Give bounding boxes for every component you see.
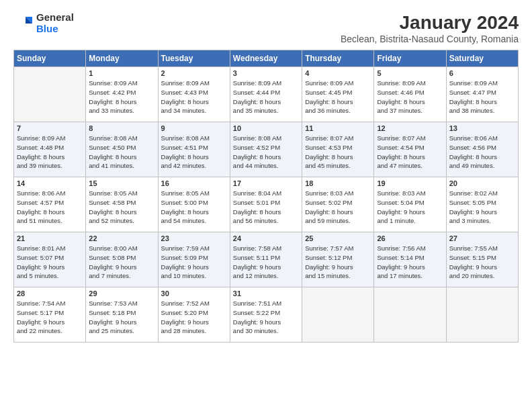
calendar-week-5: 28Sunrise: 7:54 AM Sunset: 5:17 PM Dayli… xyxy=(14,287,519,342)
calendar-cell xyxy=(374,287,446,342)
calendar-cell: 12Sunrise: 8:07 AM Sunset: 4:54 PM Dayli… xyxy=(374,122,446,177)
day-info: Sunrise: 7:58 AM Sunset: 5:11 PM Dayligh… xyxy=(233,244,299,281)
day-number: 14 xyxy=(17,179,83,187)
logo-icon xyxy=(13,14,32,33)
day-number: 11 xyxy=(305,124,371,132)
calendar-cell: 27Sunrise: 7:55 AM Sunset: 5:15 PM Dayli… xyxy=(446,232,518,287)
day-info: Sunrise: 8:06 AM Sunset: 4:57 PM Dayligh… xyxy=(17,189,83,226)
day-number: 5 xyxy=(377,69,443,77)
day-info: Sunrise: 8:07 AM Sunset: 4:54 PM Dayligh… xyxy=(377,134,443,171)
calendar-cell: 5Sunrise: 8:09 AM Sunset: 4:46 PM Daylig… xyxy=(374,67,446,122)
calendar-cell: 6Sunrise: 8:09 AM Sunset: 4:47 PM Daylig… xyxy=(446,67,518,122)
calendar-cell: 7Sunrise: 8:09 AM Sunset: 4:48 PM Daylig… xyxy=(14,122,86,177)
logo-text: General Blue xyxy=(36,12,74,34)
calendar-cell: 1Sunrise: 8:09 AM Sunset: 4:42 PM Daylig… xyxy=(86,67,158,122)
calendar-cell: 23Sunrise: 7:59 AM Sunset: 5:09 PM Dayli… xyxy=(158,232,230,287)
day-info: Sunrise: 7:53 AM Sunset: 5:18 PM Dayligh… xyxy=(89,299,154,336)
day-info: Sunrise: 8:09 AM Sunset: 4:42 PM Dayligh… xyxy=(89,79,154,116)
day-info: Sunrise: 8:04 AM Sunset: 5:01 PM Dayligh… xyxy=(233,189,299,226)
calendar-cell: 3Sunrise: 8:09 AM Sunset: 4:44 PM Daylig… xyxy=(230,67,302,122)
calendar-cell: 21Sunrise: 8:01 AM Sunset: 5:07 PM Dayli… xyxy=(14,232,86,287)
day-number: 15 xyxy=(89,179,154,187)
calendar-cell: 25Sunrise: 7:57 AM Sunset: 5:12 PM Dayli… xyxy=(302,232,374,287)
day-info: Sunrise: 8:01 AM Sunset: 5:07 PM Dayligh… xyxy=(17,244,83,281)
day-number: 4 xyxy=(305,69,371,77)
calendar-cell: 19Sunrise: 8:03 AM Sunset: 5:04 PM Dayli… xyxy=(374,177,446,232)
day-number: 29 xyxy=(89,289,154,298)
day-info: Sunrise: 8:00 AM Sunset: 5:08 PM Dayligh… xyxy=(89,244,154,281)
calendar-header-tuesday: Tuesday xyxy=(158,50,230,67)
calendar-cell: 10Sunrise: 8:08 AM Sunset: 4:52 PM Dayli… xyxy=(230,122,302,177)
day-number: 31 xyxy=(233,289,299,298)
day-number: 19 xyxy=(377,179,443,187)
day-number: 6 xyxy=(449,69,515,77)
day-info: Sunrise: 8:08 AM Sunset: 4:51 PM Dayligh… xyxy=(161,134,227,171)
calendar-table: SundayMondayTuesdayWednesdayThursdayFrid… xyxy=(13,50,519,342)
day-info: Sunrise: 7:54 AM Sunset: 5:17 PM Dayligh… xyxy=(17,299,83,336)
calendar-cell: 24Sunrise: 7:58 AM Sunset: 5:11 PM Dayli… xyxy=(230,232,302,287)
page: General Blue January 2024 Beclean, Bistr… xyxy=(0,0,532,411)
logo-blue-text: Blue xyxy=(36,24,74,35)
day-number: 28 xyxy=(17,289,83,298)
day-info: Sunrise: 7:52 AM Sunset: 5:20 PM Dayligh… xyxy=(161,299,227,336)
day-info: Sunrise: 8:07 AM Sunset: 4:53 PM Dayligh… xyxy=(305,134,371,171)
day-number: 8 xyxy=(89,124,154,132)
day-info: Sunrise: 8:05 AM Sunset: 5:00 PM Dayligh… xyxy=(161,189,227,226)
calendar-cell: 31Sunrise: 7:51 AM Sunset: 5:22 PM Dayli… xyxy=(230,287,302,342)
calendar-cell: 28Sunrise: 7:54 AM Sunset: 5:17 PM Dayli… xyxy=(14,287,86,342)
calendar-cell: 15Sunrise: 8:05 AM Sunset: 4:58 PM Dayli… xyxy=(86,177,158,232)
calendar-cell: 11Sunrise: 8:07 AM Sunset: 4:53 PM Dayli… xyxy=(302,122,374,177)
day-info: Sunrise: 8:03 AM Sunset: 5:02 PM Dayligh… xyxy=(305,189,371,226)
day-info: Sunrise: 8:03 AM Sunset: 5:04 PM Dayligh… xyxy=(377,189,443,226)
day-info: Sunrise: 7:57 AM Sunset: 5:12 PM Dayligh… xyxy=(305,244,371,281)
day-number: 13 xyxy=(449,124,515,132)
day-info: Sunrise: 8:08 AM Sunset: 4:50 PM Dayligh… xyxy=(89,134,154,171)
day-number: 12 xyxy=(377,124,443,132)
calendar-cell: 30Sunrise: 7:52 AM Sunset: 5:20 PM Dayli… xyxy=(158,287,230,342)
calendar-header-thursday: Thursday xyxy=(302,50,374,67)
day-info: Sunrise: 7:55 AM Sunset: 5:15 PM Dayligh… xyxy=(449,244,515,281)
logo: General Blue xyxy=(13,12,74,34)
calendar-cell: 14Sunrise: 8:06 AM Sunset: 4:57 PM Dayli… xyxy=(14,177,86,232)
logo-general-text: General xyxy=(36,12,74,24)
day-info: Sunrise: 8:09 AM Sunset: 4:46 PM Dayligh… xyxy=(377,79,443,116)
calendar-cell: 22Sunrise: 8:00 AM Sunset: 5:08 PM Dayli… xyxy=(86,232,158,287)
calendar-week-1: 1Sunrise: 8:09 AM Sunset: 4:42 PM Daylig… xyxy=(14,67,519,122)
calendar-cell: 13Sunrise: 8:06 AM Sunset: 4:56 PM Dayli… xyxy=(446,122,518,177)
calendar-cell: 16Sunrise: 8:05 AM Sunset: 5:00 PM Dayli… xyxy=(158,177,230,232)
day-info: Sunrise: 7:59 AM Sunset: 5:09 PM Dayligh… xyxy=(161,244,227,281)
calendar-cell: 4Sunrise: 8:09 AM Sunset: 4:45 PM Daylig… xyxy=(302,67,374,122)
day-number: 20 xyxy=(449,179,515,187)
calendar-cell xyxy=(446,287,518,342)
day-info: Sunrise: 8:09 AM Sunset: 4:47 PM Dayligh… xyxy=(449,79,515,116)
day-number: 3 xyxy=(233,69,299,77)
calendar-cell xyxy=(14,67,86,122)
calendar-header-wednesday: Wednesday xyxy=(230,50,302,67)
day-number: 2 xyxy=(161,69,227,77)
calendar-cell: 9Sunrise: 8:08 AM Sunset: 4:51 PM Daylig… xyxy=(158,122,230,177)
day-number: 24 xyxy=(233,234,299,242)
day-number: 18 xyxy=(305,179,371,187)
main-title: January 2024 xyxy=(341,12,519,34)
day-number: 21 xyxy=(17,234,83,242)
day-info: Sunrise: 8:09 AM Sunset: 4:44 PM Dayligh… xyxy=(233,79,299,116)
calendar-header-monday: Monday xyxy=(86,50,158,67)
day-number: 25 xyxy=(305,234,371,242)
day-number: 1 xyxy=(89,69,154,77)
calendar-week-4: 21Sunrise: 8:01 AM Sunset: 5:07 PM Dayli… xyxy=(14,232,519,287)
day-info: Sunrise: 8:08 AM Sunset: 4:52 PM Dayligh… xyxy=(233,134,299,171)
calendar-header-sunday: Sunday xyxy=(14,50,86,67)
calendar-week-3: 14Sunrise: 8:06 AM Sunset: 4:57 PM Dayli… xyxy=(14,177,519,232)
day-number: 16 xyxy=(161,179,227,187)
day-info: Sunrise: 8:05 AM Sunset: 4:58 PM Dayligh… xyxy=(89,189,154,226)
calendar-cell: 20Sunrise: 8:02 AM Sunset: 5:05 PM Dayli… xyxy=(446,177,518,232)
day-info: Sunrise: 7:56 AM Sunset: 5:14 PM Dayligh… xyxy=(377,244,443,281)
day-info: Sunrise: 8:09 AM Sunset: 4:48 PM Dayligh… xyxy=(17,134,83,171)
calendar-cell: 26Sunrise: 7:56 AM Sunset: 5:14 PM Dayli… xyxy=(374,232,446,287)
subtitle: Beclean, Bistrita-Nasaud County, Romania xyxy=(341,34,519,44)
calendar-cell: 2Sunrise: 8:09 AM Sunset: 4:43 PM Daylig… xyxy=(158,67,230,122)
calendar-cell xyxy=(302,287,374,342)
day-number: 27 xyxy=(449,234,515,242)
calendar-cell: 17Sunrise: 8:04 AM Sunset: 5:01 PM Dayli… xyxy=(230,177,302,232)
day-info: Sunrise: 8:09 AM Sunset: 4:43 PM Dayligh… xyxy=(161,79,227,116)
